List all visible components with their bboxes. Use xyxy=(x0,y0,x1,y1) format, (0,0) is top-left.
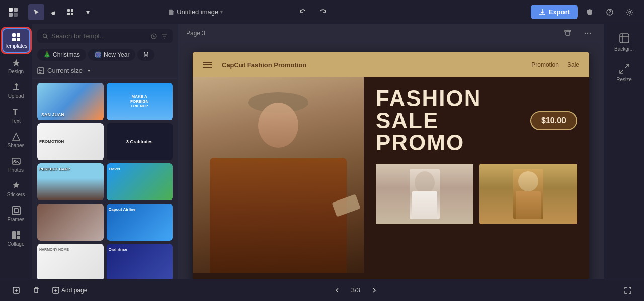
canvas-scroll[interactable]: CapCut Fashion Promotion Promotion Sale xyxy=(178,42,604,279)
sidebar-item-photos[interactable]: Photos xyxy=(2,153,30,176)
resize-panel-btn[interactable]: Resize xyxy=(608,59,640,86)
nav-promotion[interactable]: Promotion xyxy=(531,61,559,68)
template-card-friend[interactable]: MAKE AFOREIGNFRIEND? xyxy=(107,83,173,120)
main-content: Templates Design Upload T Text Shapes Ph… xyxy=(0,24,644,279)
sidebar-collage-label: Collage xyxy=(8,241,25,247)
sidebar-item-design[interactable]: Design xyxy=(2,55,30,77)
app-logo[interactable] xyxy=(6,5,20,19)
svg-rect-3 xyxy=(14,13,18,17)
svg-rect-17 xyxy=(12,207,20,215)
brand-name: CapCut Fashion Promotion xyxy=(222,61,521,69)
canvas-bottom-images xyxy=(376,164,577,224)
svg-rect-21 xyxy=(17,236,20,239)
sidebar-item-frames[interactable]: Frames xyxy=(2,203,30,225)
template-card-3things[interactable]: 3 Gratitudes xyxy=(107,123,173,160)
sidebar-item-shapes[interactable]: Shapes xyxy=(2,129,30,151)
template-card-airline[interactable]: Capcut Airline xyxy=(107,204,173,241)
sidebar-item-text[interactable]: T Text xyxy=(2,104,30,127)
title-line2: SALE PROMO xyxy=(376,110,530,154)
help-icon[interactable] xyxy=(602,4,618,20)
hand-tool[interactable] xyxy=(45,4,61,20)
canvas-title: FASHION SALE PROMO xyxy=(376,87,530,154)
svg-rect-4 xyxy=(67,9,70,12)
sidebar-item-stickers[interactable]: Stickers xyxy=(2,178,30,200)
svg-rect-25 xyxy=(566,31,570,35)
file-chevron: ▾ xyxy=(220,9,223,15)
template-card-oralrinse[interactable]: Oral rinse xyxy=(107,244,173,279)
svg-point-27 xyxy=(587,32,588,33)
add-page-label: Add page xyxy=(61,287,87,294)
svg-rect-1 xyxy=(14,8,18,12)
next-page-btn[interactable] xyxy=(366,282,382,298)
template-card-sanjuan[interactable]: SAN JUAN xyxy=(37,83,104,120)
page-pagination: 3/3 xyxy=(351,286,360,294)
price-badge: $10.00 xyxy=(530,111,577,130)
topbar: ▾ Untitled image ▾ Export xyxy=(0,0,644,24)
template-card-harmony[interactable]: HARMONY HOME xyxy=(37,244,104,279)
filter-icon[interactable] xyxy=(160,33,168,40)
undo-btn[interactable] xyxy=(295,4,311,20)
canvas-design-header: CapCut Fashion Promotion Promotion Sale xyxy=(193,52,589,77)
model-image-3 xyxy=(479,164,577,224)
pointer-tool[interactable] xyxy=(28,4,44,20)
canvas-body: FASHION SALE PROMO $10.00 xyxy=(193,77,589,273)
hamburger-icon[interactable] xyxy=(203,62,212,68)
more-options-icon[interactable] xyxy=(580,25,596,41)
nav-sale[interactable]: Sale xyxy=(567,61,579,68)
sidebar-photos-label: Photos xyxy=(8,167,24,173)
tab-more[interactable]: M xyxy=(137,49,154,61)
svg-text:T: T xyxy=(13,108,18,117)
templates-grid: SAN JUAN MAKE AFOREIGNFRIEND? PROMOTION xyxy=(32,79,178,279)
bottombar: Add page 3/3 xyxy=(0,279,644,301)
prev-page-btn[interactable] xyxy=(329,282,345,298)
current-size-label: Current size xyxy=(47,67,83,74)
svg-rect-12 xyxy=(12,38,16,41)
template-card-car[interactable]: PERFECT CAR? xyxy=(37,163,104,200)
more-label: M xyxy=(143,51,148,58)
bottom-right-tools xyxy=(620,282,636,298)
current-size-bar[interactable]: Current size ▾ xyxy=(32,63,178,79)
canvas-right-section: FASHION SALE PROMO $10.00 xyxy=(364,77,589,273)
template-card-travel[interactable]: Travel xyxy=(107,163,173,200)
svg-rect-11 xyxy=(17,33,20,37)
pagination: 3/3 xyxy=(329,282,382,298)
export-button[interactable]: Export xyxy=(531,5,578,19)
delete-page-btn[interactable] xyxy=(28,282,44,298)
size-icon xyxy=(37,67,44,74)
template-card-interior[interactable] xyxy=(37,204,104,241)
add-page-btn[interactable]: Add page xyxy=(48,282,91,298)
svg-rect-29 xyxy=(620,34,629,43)
canvas-footer: www.capcut.com 123-456-7890 xyxy=(193,273,589,279)
sidebar-text-label: Text xyxy=(11,118,20,124)
template-card-promo[interactable]: PROMOTION xyxy=(37,123,104,160)
redo-btn[interactable] xyxy=(315,4,331,20)
canvas-model-left xyxy=(193,77,364,273)
canvas-area: Page 3 CapCut Fashion Promotion xyxy=(178,24,604,279)
templates-panel: 🎄 Christmas 🎆 New Year M Current size ▾ … xyxy=(32,24,178,279)
layout-tool[interactable] xyxy=(62,4,78,20)
tab-newyear[interactable]: 🎆 New Year xyxy=(88,49,135,61)
svg-point-28 xyxy=(590,32,591,33)
magic-search-icon[interactable] xyxy=(150,33,157,40)
sidebar-upload-label: Upload xyxy=(8,93,24,99)
file-info[interactable]: Untitled image ▾ xyxy=(168,8,223,16)
shield-icon[interactable] xyxy=(582,4,598,20)
zoom-fit-btn[interactable] xyxy=(620,282,636,298)
background-panel-btn[interactable]: Backgr... xyxy=(608,28,640,56)
copy-icon[interactable] xyxy=(559,25,576,41)
sidebar-item-collage[interactable]: Collage xyxy=(2,227,30,250)
settings-icon[interactable] xyxy=(622,4,638,20)
sidebar-item-templates[interactable]: Templates xyxy=(2,28,30,53)
svg-rect-6 xyxy=(67,13,70,15)
search-input[interactable] xyxy=(51,32,147,40)
tool-group: ▾ xyxy=(28,4,96,20)
add-page-icon[interactable] xyxy=(8,282,24,298)
newyear-emoji: 🎆 xyxy=(94,51,102,58)
sidebar-shapes-label: Shapes xyxy=(8,143,25,148)
export-label: Export xyxy=(549,8,570,16)
sidebar-design-label: Design xyxy=(8,69,24,74)
layout-chevron[interactable]: ▾ xyxy=(79,4,96,20)
svg-rect-0 xyxy=(9,8,13,12)
tab-christmas[interactable]: 🎄 Christmas xyxy=(37,49,86,61)
sidebar-item-upload[interactable]: Upload xyxy=(2,79,30,102)
